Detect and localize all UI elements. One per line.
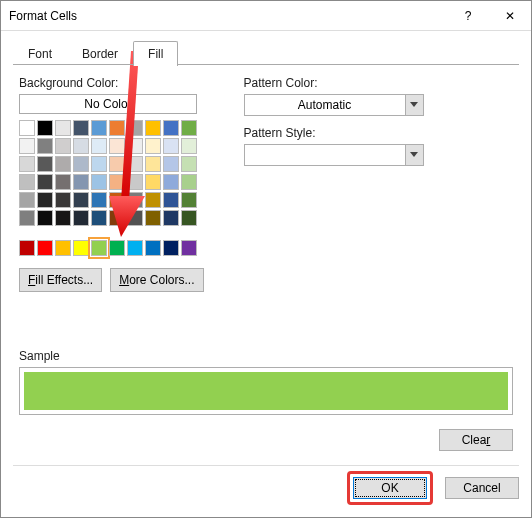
sample-fill <box>24 372 508 410</box>
color-swatch[interactable] <box>163 210 179 226</box>
footer-separator <box>13 465 519 466</box>
color-swatch[interactable] <box>109 120 125 136</box>
color-swatch[interactable] <box>127 192 143 208</box>
color-swatch[interactable] <box>181 138 197 154</box>
color-swatch[interactable] <box>19 174 35 190</box>
color-swatch[interactable] <box>55 120 71 136</box>
color-swatch[interactable] <box>73 210 89 226</box>
color-swatch[interactable] <box>145 174 161 190</box>
color-swatch[interactable] <box>91 210 107 226</box>
help-button[interactable]: ? <box>447 1 489 31</box>
color-swatch[interactable] <box>181 240 197 256</box>
fill-effects-button[interactable]: Fill Effects... <box>19 268 102 292</box>
color-swatch[interactable] <box>181 192 197 208</box>
color-swatch[interactable] <box>163 120 179 136</box>
color-swatch[interactable] <box>19 240 35 256</box>
color-swatch[interactable] <box>145 138 161 154</box>
color-swatch[interactable] <box>91 120 107 136</box>
tab-border[interactable]: Border <box>67 41 133 66</box>
color-swatch[interactable] <box>55 192 71 208</box>
tab-fill[interactable]: Fill <box>133 41 178 66</box>
background-color-label: Background Color: <box>19 76 204 90</box>
close-button[interactable]: ✕ <box>489 1 531 31</box>
color-swatch[interactable] <box>109 240 125 256</box>
color-swatch[interactable] <box>73 156 89 172</box>
color-swatch[interactable] <box>163 174 179 190</box>
tab-strip: Font Border Fill <box>13 41 531 65</box>
color-swatch[interactable] <box>37 192 53 208</box>
footer-buttons: OK Cancel <box>347 471 519 505</box>
color-swatch[interactable] <box>163 138 179 154</box>
chevron-down-icon <box>405 145 423 165</box>
theme-color-grid <box>19 120 204 226</box>
color-swatch[interactable] <box>127 174 143 190</box>
tab-font[interactable]: Font <box>13 41 67 66</box>
cancel-button[interactable]: Cancel <box>445 477 519 499</box>
color-swatch[interactable] <box>55 174 71 190</box>
clear-button[interactable]: Clear <box>439 429 513 451</box>
color-swatch[interactable] <box>163 240 179 256</box>
pattern-color-label: Pattern Color: <box>244 76 424 90</box>
color-swatch[interactable] <box>145 210 161 226</box>
more-colors-button[interactable]: More Colors... <box>110 268 203 292</box>
color-swatch[interactable] <box>37 156 53 172</box>
color-swatch[interactable] <box>19 138 35 154</box>
color-swatch[interactable] <box>163 192 179 208</box>
color-swatch[interactable] <box>145 192 161 208</box>
color-swatch[interactable] <box>145 156 161 172</box>
sample-label: Sample <box>19 349 513 363</box>
color-swatch[interactable] <box>73 240 89 256</box>
no-color-button[interactable]: No Color <box>19 94 197 114</box>
color-swatch[interactable] <box>127 240 143 256</box>
color-swatch[interactable] <box>19 192 35 208</box>
color-swatch[interactable] <box>109 138 125 154</box>
left-column: Background Color: No Color Fill Effects.… <box>19 76 204 292</box>
color-swatch[interactable] <box>19 156 35 172</box>
color-swatch[interactable] <box>55 156 71 172</box>
color-swatch[interactable] <box>163 156 179 172</box>
pattern-style-label: Pattern Style: <box>244 126 424 140</box>
color-swatch[interactable] <box>37 138 53 154</box>
color-swatch[interactable] <box>19 210 35 226</box>
color-swatch[interactable] <box>91 174 107 190</box>
pattern-color-combo[interactable]: Automatic <box>244 94 424 116</box>
color-swatch[interactable] <box>91 240 107 256</box>
color-swatch[interactable] <box>73 120 89 136</box>
color-swatch[interactable] <box>127 210 143 226</box>
color-swatch[interactable] <box>181 174 197 190</box>
color-swatch[interactable] <box>37 174 53 190</box>
right-column: Pattern Color: Automatic Pattern Style: <box>244 76 424 292</box>
sample-box <box>19 367 513 415</box>
dialog-body: Background Color: No Color Fill Effects.… <box>1 66 531 292</box>
color-swatch[interactable] <box>91 156 107 172</box>
pattern-color-value: Automatic <box>245 98 405 112</box>
color-swatch[interactable] <box>91 138 107 154</box>
color-swatch[interactable] <box>37 240 53 256</box>
clear-row: Clear <box>439 429 513 451</box>
color-swatch[interactable] <box>145 240 161 256</box>
color-swatch[interactable] <box>73 138 89 154</box>
color-swatch[interactable] <box>55 210 71 226</box>
sample-section: Sample <box>19 349 513 415</box>
color-swatch[interactable] <box>19 120 35 136</box>
color-swatch[interactable] <box>109 210 125 226</box>
ok-button[interactable]: OK <box>353 477 427 499</box>
color-swatch[interactable] <box>145 120 161 136</box>
color-swatch[interactable] <box>73 174 89 190</box>
color-swatch[interactable] <box>55 240 71 256</box>
color-swatch[interactable] <box>109 174 125 190</box>
color-swatch[interactable] <box>73 192 89 208</box>
color-swatch[interactable] <box>181 210 197 226</box>
color-swatch[interactable] <box>109 192 125 208</box>
color-swatch[interactable] <box>127 120 143 136</box>
color-swatch[interactable] <box>109 156 125 172</box>
color-swatch[interactable] <box>37 120 53 136</box>
pattern-style-combo[interactable] <box>244 144 424 166</box>
color-swatch[interactable] <box>127 156 143 172</box>
color-swatch[interactable] <box>181 156 197 172</box>
color-swatch[interactable] <box>37 210 53 226</box>
color-swatch[interactable] <box>181 120 197 136</box>
color-swatch[interactable] <box>127 138 143 154</box>
color-swatch[interactable] <box>91 192 107 208</box>
color-swatch[interactable] <box>55 138 71 154</box>
